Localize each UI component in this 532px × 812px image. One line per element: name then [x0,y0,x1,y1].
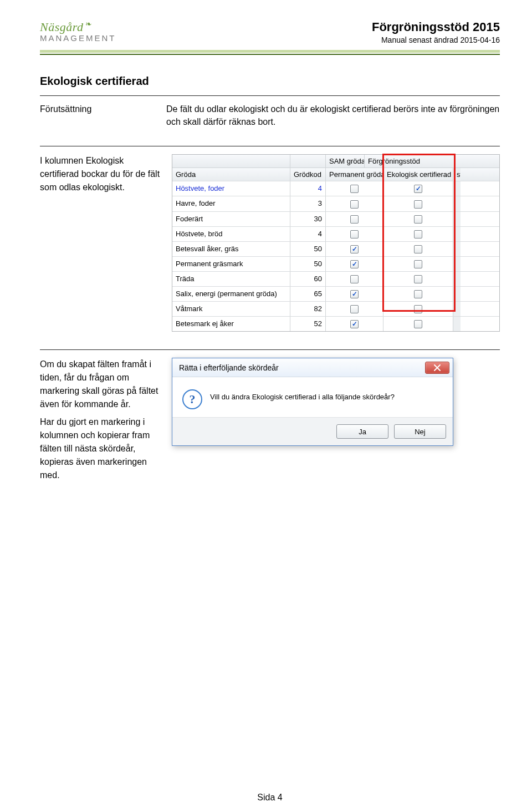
cell-eko[interactable] [383,181,453,196]
cell-kod: 60 [290,272,325,286]
cell-kod: 4 [290,227,325,241]
question-icon: ? [182,389,202,409]
cell-pad [453,257,461,271]
cell-groda: Betesmark ej åker [172,317,290,331]
section3-p2: Har du gjort en markering i kolumnen och… [40,415,162,482]
dialog-message: Vill du ändra Ekologisk certifierad i al… [210,389,395,409]
cell-eko[interactable] [383,242,453,256]
cell-kod: 4 [290,181,325,196]
cell-kod: 3 [290,196,325,211]
cell-pad [453,272,461,286]
cell-perm[interactable] [325,242,383,256]
page-header: Näsgård ❧ MANAGEMENT Förgröningsstöd 201… [40,20,500,48]
cell-perm[interactable] [325,196,383,211]
logo-top: Näsgård [40,20,83,34]
col-perm[interactable]: Permanent gröda [325,168,383,181]
col-eko[interactable]: Ekologisk certifierad [383,168,453,181]
table-row[interactable]: Salix, energi (permanent gröda)65 [172,286,499,301]
cell-pad [453,242,461,256]
cell-perm[interactable] [325,287,383,301]
close-icon[interactable] [425,362,449,374]
logo-bottom: MANAGEMENT [40,33,116,43]
cell-perm[interactable] [325,317,383,331]
cell-groda: Havre, foder [172,196,290,211]
row-text: De fält du odlar ekologiskt och du är ek… [166,103,500,128]
doc-subtitle: Manual senast ändrad 2015-04-16 [372,35,500,44]
header-separator [40,50,500,55]
cell-groda: Höstvete, bröd [172,227,290,241]
cell-kod: 50 [290,257,325,271]
table-row[interactable]: Våtmark82 [172,301,499,316]
cell-pad [453,196,461,211]
confirm-dialog: Rätta i efterföljande skördeår ? Vill du… [172,358,453,446]
logo: Näsgård ❧ MANAGEMENT [40,20,116,43]
cell-kod: 82 [290,302,325,316]
cell-kod: 52 [290,317,325,331]
cell-eko[interactable] [383,227,453,241]
dialog-title: Rätta i efterföljande skördeår [179,363,279,372]
cell-eko[interactable] [383,257,453,271]
cell-kod: 30 [290,212,325,226]
table-row[interactable]: Höstvete, bröd4 [172,226,499,241]
table-row[interactable]: Permanent gräsmark50 [172,256,499,271]
table-row[interactable]: Höstvete, foder4 [172,181,499,196]
cell-pad [453,287,461,301]
cell-groda: Träda [172,272,290,286]
cell-perm[interactable] [325,227,383,241]
cell-perm[interactable] [325,212,383,226]
grid-group-sam: SAM gröda [325,155,364,168]
cell-perm[interactable] [325,257,383,271]
table-row[interactable]: Foderärt30 [172,211,499,226]
cell-eko[interactable] [383,287,453,301]
cell-eko[interactable] [383,212,453,226]
cell-perm[interactable] [325,272,383,286]
cell-groda: Permanent gräsmark [172,257,290,271]
section2-text: I kolumnen Ekologisk certifierad bockar … [40,154,162,194]
yes-button[interactable]: Ja [336,424,388,439]
no-button[interactable]: Nej [394,424,446,439]
cell-groda: Salix, energi (permanent gröda) [172,287,290,301]
cell-eko[interactable] [383,302,453,316]
crop-grid: SAM gröda Förgröningsstöd Gröda Grödkod … [172,154,500,332]
cell-pad [453,227,461,241]
cell-eko[interactable] [383,317,453,331]
grid-group-forg: Förgröningsstöd [364,155,499,168]
leaf-icon: ❧ [85,19,92,28]
table-row[interactable]: Havre, foder3 [172,196,499,211]
cell-groda: Höstvete, foder [172,181,290,196]
row-label: Förutsättning [40,103,156,128]
col-groda[interactable]: Gröda [172,168,290,181]
cell-pad [453,302,461,316]
cell-eko[interactable] [383,272,453,286]
cell-pad [453,317,461,331]
cell-groda: Betesvall åker, gräs [172,242,290,256]
table-row[interactable]: Betesmark ej åker52 [172,316,499,331]
doc-title: Förgröningsstöd 2015 [372,20,500,34]
cell-groda: Foderärt [172,212,290,226]
cell-pad [453,212,461,226]
cell-groda: Våtmark [172,302,290,316]
table-row[interactable]: Träda60 [172,271,499,286]
cell-perm[interactable] [325,302,383,316]
section3-p1: Om du skapat fälten framåt i tiden, får … [40,358,162,411]
section-heading: Ekologisk certifierad [40,75,500,88]
col-last: st [453,168,461,181]
table-row[interactable]: Betesvall åker, gräs50 [172,241,499,256]
col-kod[interactable]: Grödkod [290,168,325,181]
cell-kod: 65 [290,287,325,301]
cell-kod: 50 [290,242,325,256]
cell-pad [453,181,461,196]
cell-perm[interactable] [325,181,383,196]
page-footer: Sida 4 [40,793,500,803]
cell-eko[interactable] [383,196,453,211]
